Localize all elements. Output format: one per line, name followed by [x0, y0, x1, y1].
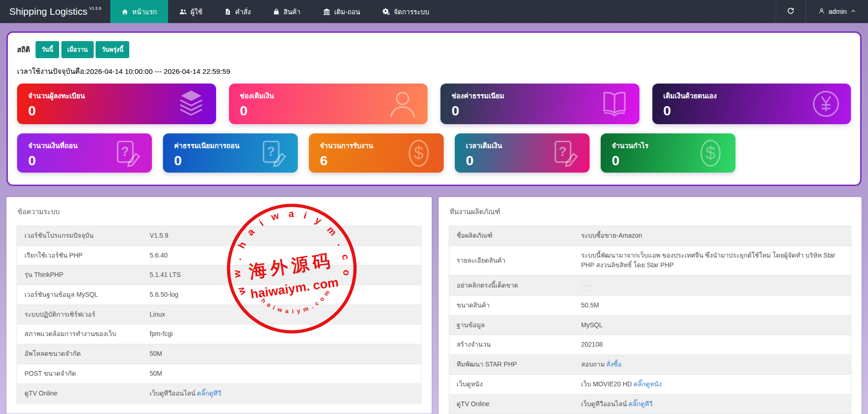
- stat-cards-row2: จำนวนเงินที่ถอน 0 ? ค่าธรรมเนียมการถอน 0…: [17, 133, 851, 173]
- row-link[interactable]: คลิ๊กดูทีวี: [197, 390, 221, 397]
- yen-icon: [810, 88, 842, 120]
- row-value-text: เว็บดูทีวีออนไลน์: [581, 400, 627, 408]
- stats-filter-bar: สถิติ วันนี้ เมื่อวาน วันพรุ่งนี้: [17, 41, 851, 58]
- row-label: เว็บดูหนัง: [449, 374, 574, 394]
- row-label: เวอร์ชันฐานข้อมูล MySQL: [17, 285, 143, 305]
- table-row: ดูTV Online เว็บดูทีวีออนไลน์คลิ๊กดูทีวี: [17, 384, 422, 403]
- row-value-text: เว็บดูทีวีออนไลน์: [150, 390, 195, 397]
- table-row: สภาพแวดล้อมการทำงานของเว็บ fpm-fcgi: [17, 324, 422, 344]
- row-value-text: V1.5.9: [150, 232, 168, 239]
- row-value-text: ระบบซื้อขาย-Amazon: [581, 232, 642, 239]
- table-row: ดูTV Online เว็บดูทีวีออนไลน์คลิ๊กดูทีวี: [449, 394, 851, 414]
- stat-card: ค่าธรรมเนียมการถอน 0 ?: [163, 133, 298, 173]
- row-label: สภาพแวดล้อมการทำงานของเว็บ: [17, 324, 143, 344]
- row-value: เว็บดูทีวีออนไลน์คลิ๊กดูทีวี: [142, 384, 421, 403]
- row-value-text: เว็บ MOVIE20 HD: [581, 380, 632, 388]
- current-time-range: เวลาใช้งานปัจจุบันคือ:2026-04-14 10:00:0…: [17, 66, 851, 77]
- app-logo[interactable]: Shipping Logistics V1.5.9: [0, 0, 110, 23]
- menu-item-label: สินค้า: [283, 6, 301, 17]
- user-menu[interactable]: admin: [806, 0, 868, 23]
- stat-card: ช่องเติมเงิน 0: [229, 84, 428, 124]
- row-label: ดูTV Online: [449, 394, 574, 414]
- row-label: ทีมพัฒนา STAR PHP: [449, 355, 574, 375]
- menu-item-label: หน้าแรก: [132, 6, 157, 17]
- menu-item[interactable]: ผู้ใช้: [168, 0, 213, 23]
- row-value: เว็บ MOVIE20 HDคลิ๊กดูหนัง: [574, 374, 851, 394]
- menu-item[interactable]: สินค้า: [262, 0, 312, 23]
- row-label: ฐานข้อมูล: [449, 315, 574, 335]
- system-info-table: เวอร์ชันโปรแกรมปัจจุบัน V1.5.9 เรียกใช้เ…: [17, 226, 422, 403]
- menu-item[interactable]: คำสั่ง: [213, 0, 262, 23]
- bank-icon: [323, 8, 331, 16]
- table-row: เวอร์ชันโปรแกรมปัจจุบัน V1.5.9: [17, 226, 422, 246]
- row-link[interactable]: คลิ๊กดูทีวี: [628, 400, 653, 408]
- table-row: อย่าคลิกตรงนี้เด็ดขาด 404: [449, 276, 851, 296]
- dollar-icon: $: [695, 138, 726, 169]
- panel-title: ทีมงานผลิตภัณฑ์: [450, 206, 851, 217]
- book-icon: [599, 88, 630, 120]
- row-label: อัพโหลดขนาดจำกัด: [17, 344, 143, 364]
- row-label: ระบบปฏิบัติการเซิร์ฟเวอร์: [17, 305, 143, 324]
- user-big-icon: [387, 88, 418, 120]
- table-row: เวอร์ชันฐานข้อมูล MySQL 5.6.50-log: [17, 285, 422, 305]
- row-value-text: 5.1.41 LTS: [150, 271, 181, 278]
- row-value: 202108: [574, 335, 851, 355]
- panel-title: ข้อความระบบ: [18, 206, 422, 217]
- row-value: V1.5.9: [142, 226, 421, 246]
- row-label: รายละเอียดสินค้า: [449, 246, 574, 275]
- row-link[interactable]: คลิ๊กดูหนัง: [633, 380, 662, 388]
- filter-button[interactable]: วันพรุ่งนี้: [96, 41, 129, 58]
- gears-icon: [382, 8, 390, 16]
- svg-text:?: ?: [121, 144, 129, 159]
- row-label: รุ่น ThinkPHP: [17, 265, 143, 285]
- stat-card: ช่องค่าธรรมเนียม 0: [440, 84, 639, 124]
- app-version: V1.5.9: [89, 6, 101, 11]
- stat-card: เวลาเติมเงิน 0 ?: [455, 133, 590, 173]
- filter-button[interactable]: วันนี้: [36, 41, 59, 58]
- row-link[interactable]: สั่งซื้อ: [606, 360, 621, 368]
- row-label: ขนาดสินค้า: [449, 296, 574, 316]
- row-value: 50.5M: [574, 296, 851, 316]
- row-value-text: MySQL: [581, 321, 603, 329]
- table-row: ฐานข้อมูล MySQL: [449, 315, 851, 335]
- row-label: เวอร์ชันโปรแกรมปัจจุบัน: [17, 226, 143, 246]
- row-value: 5.6.40: [142, 246, 421, 265]
- product-info-panel: ทีมงานผลิตภัณฑ์ ชื่อผลิตภัณฑ์ ระบบซื้อขา…: [439, 197, 862, 414]
- row-value-text: Linux: [150, 311, 165, 318]
- table-row: ชื่อผลิตภัณฑ์ ระบบซื้อขาย-Amazon: [449, 226, 851, 246]
- row-label: สร้างจำนวน: [449, 335, 574, 355]
- table-row: ขนาดสินค้า 50.5M: [449, 296, 851, 316]
- badge-404[interactable]: 404: [581, 281, 592, 291]
- row-value-text: 50.5M: [581, 301, 599, 309]
- filter-button[interactable]: เมื่อวาน: [61, 41, 94, 58]
- dollar-icon: $: [403, 138, 434, 169]
- row-value: ระบบซื้อขาย-Amazon: [574, 226, 851, 246]
- table-row: ระบบปฏิบัติการเซิร์ฟเวอร์ Linux: [17, 305, 422, 324]
- system-info-panel: ข้อความระบบ เวอร์ชันโปรแกรมปัจจุบัน V1.5…: [6, 197, 432, 414]
- table-row: สร้างจำนวน 202108: [449, 335, 851, 355]
- row-value: Linux: [142, 305, 421, 324]
- menu-item-label: คำสั่ง: [235, 6, 251, 17]
- row-value-text: fpm-fcgi: [150, 330, 173, 337]
- table-row: รายละเอียดสินค้า ระบบนี้พัฒนามาจากเว็บแอ…: [449, 246, 851, 275]
- row-value-text: 50M: [150, 370, 162, 377]
- row-label: อย่าคลิกตรงนี้เด็ดขาด: [449, 276, 574, 296]
- doc-icon: ?: [549, 138, 580, 169]
- svg-text:$: $: [705, 143, 715, 162]
- refresh-button[interactable]: [776, 0, 806, 23]
- bag-icon: [273, 8, 280, 15]
- stats-panel: สถิติ วันนี้ เมื่อวาน วันพรุ่งนี้ เวลาใช…: [6, 31, 862, 186]
- menu-item[interactable]: จัดการระบบ: [371, 0, 440, 23]
- menu-item-label: ผู้ใช้: [191, 6, 202, 17]
- doc-icon: ?: [111, 138, 143, 169]
- stats-title: สถิติ: [17, 44, 30, 55]
- table-row: เรียกใช้เวอร์ชัน PHP 5.6.40: [17, 246, 422, 265]
- menu-item[interactable]: เติม-ถอน: [312, 0, 371, 23]
- filter-buttons: วันนี้ เมื่อวาน วันพรุ่งนี้: [36, 41, 129, 58]
- menu-item[interactable]: หน้าแรก: [110, 0, 168, 23]
- row-value: fpm-fcgi: [142, 324, 421, 344]
- row-value: สอบถามสั่งซื้อ: [574, 355, 851, 375]
- table-row: รุ่น ThinkPHP 5.1.41 LTS: [17, 265, 422, 285]
- person-icon: [818, 7, 825, 16]
- row-value: เว็บดูทีวีออนไลน์คลิ๊กดูทีวี: [574, 394, 851, 414]
